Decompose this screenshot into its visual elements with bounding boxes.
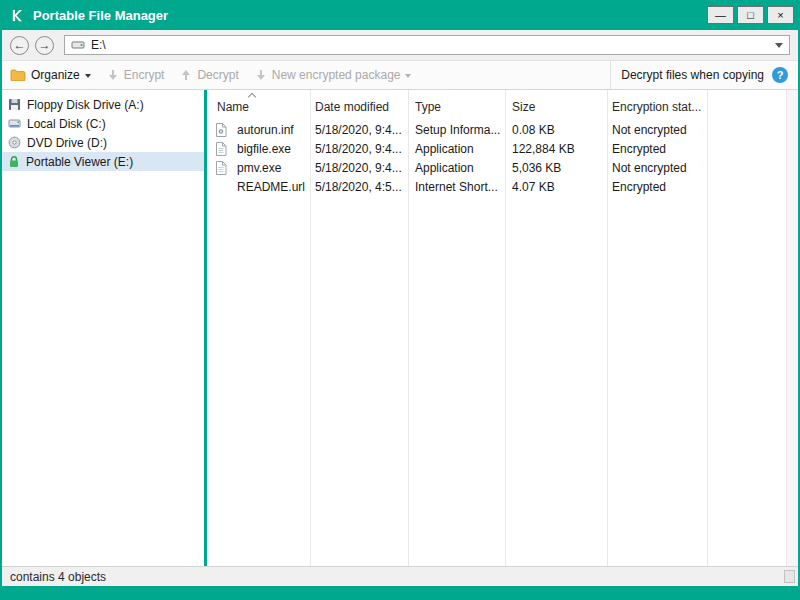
column-header-encryption-status[interactable]: Encryption stat...: [612, 100, 701, 114]
encrypt-button[interactable]: Encrypt: [107, 68, 165, 82]
file-type: Setup Informa...: [415, 123, 500, 137]
window-border-bottom: [0, 586, 800, 600]
toolbar: Organize Encrypt Decrypt New encrypted: [2, 61, 798, 90]
file-row-readme[interactable]: README.url 5/18/2020, 4:5... Internet Sh…: [207, 177, 786, 196]
file-size: 4.07 KB: [512, 180, 555, 194]
window-border-left: [0, 30, 2, 600]
status-bar: contains 4 objects: [2, 566, 798, 586]
file-type: Internet Short...: [415, 180, 498, 194]
address-dropdown-icon[interactable]: [775, 43, 783, 48]
drive-icon: [71, 40, 85, 50]
decrypt-button[interactable]: Decrypt: [180, 68, 238, 82]
window-controls: — □ ×: [707, 6, 794, 24]
sidebar-item-dvd-drive[interactable]: DVD Drive (D:): [2, 133, 204, 152]
file-encryption-status: Not encrypted: [612, 123, 687, 137]
file-rows: autorun.inf 5/18/2020, 9:4... Setup Info…: [207, 120, 786, 196]
file-row-bigfile[interactable]: bigfile.exe 5/18/2020, 9:4... Applicatio…: [207, 139, 786, 158]
file-encryption-status: Not encrypted: [612, 161, 687, 175]
file-name: pmv.exe: [237, 161, 281, 175]
file-row-pmv[interactable]: pmv.exe 5/18/2020, 9:4... Application 5,…: [207, 158, 786, 177]
lock-icon: [8, 155, 20, 168]
main-content: Floppy Disk Drive (A:) Local Disk (C:): [2, 90, 798, 566]
column-header-name[interactable]: Name: [217, 100, 249, 114]
hard-disk-icon: [8, 117, 21, 130]
decrypt-label: Decrypt: [197, 68, 238, 82]
back-button[interactable]: ←: [10, 36, 29, 55]
forward-button[interactable]: →: [35, 36, 54, 55]
close-button[interactable]: ×: [767, 6, 794, 24]
kaspersky-logo-icon: [10, 8, 25, 23]
organize-label: Organize: [31, 68, 80, 82]
help-icon[interactable]: ?: [772, 67, 788, 83]
resize-grip[interactable]: [784, 570, 795, 583]
minimize-button[interactable]: —: [707, 6, 734, 24]
maximize-button[interactable]: □: [737, 6, 764, 24]
titlebar: Portable File Manager — □ ×: [0, 0, 800, 30]
file-name: bigfile.exe: [237, 142, 291, 156]
organize-button[interactable]: Organize: [10, 68, 91, 82]
file-type: Application: [415, 161, 474, 175]
address-bar[interactable]: E:\: [64, 35, 790, 55]
sidebar-item-label: Local Disk (C:): [27, 117, 106, 131]
file-date: 5/18/2020, 9:4...: [315, 161, 402, 175]
column-header-size[interactable]: Size: [512, 100, 535, 114]
navigation-bar: ← → E:\: [2, 30, 798, 61]
floppy-icon: [8, 98, 21, 111]
sort-ascending-icon: [248, 93, 256, 101]
setup-file-icon: [215, 122, 227, 137]
status-text: contains 4 objects: [10, 570, 106, 584]
file-type: Application: [415, 142, 474, 156]
sidebar-item-portable-viewer[interactable]: Portable Viewer (E:): [2, 152, 204, 171]
organize-dropdown-icon: [85, 74, 91, 78]
file-size: 5,036 KB: [512, 161, 561, 175]
vertical-scrollbar[interactable]: [786, 90, 798, 566]
file-encryption-status: Encrypted: [612, 142, 666, 156]
file-name: autorun.inf: [237, 123, 294, 137]
sidebar-item-label: Floppy Disk Drive (A:): [27, 98, 144, 112]
sidebar-item-local-disk[interactable]: Local Disk (C:): [2, 114, 204, 133]
column-header-type[interactable]: Type: [415, 100, 441, 114]
arrow-up-icon: [180, 69, 192, 81]
portable-file-manager-window: Portable File Manager — □ × ← → E:\: [0, 0, 800, 600]
new-encrypted-package-label: New encrypted package: [272, 68, 401, 82]
new-package-dropdown-icon: [405, 74, 411, 78]
sidebar-item-label: DVD Drive (D:): [27, 136, 107, 150]
file-date: 5/18/2020, 9:4...: [315, 123, 402, 137]
new-encrypted-package-button[interactable]: New encrypted package: [255, 68, 412, 82]
file-date: 5/18/2020, 4:5...: [315, 180, 402, 194]
window-title: Portable File Manager: [33, 8, 707, 23]
sidebar-item-floppy-drive[interactable]: Floppy Disk Drive (A:): [2, 95, 204, 114]
file-list: Name Date modified Type Size Encryption …: [207, 90, 786, 566]
folder-icon: [10, 69, 26, 81]
file-name: README.url: [237, 180, 305, 194]
decrypt-when-copying-label: Decrypt files when copying: [621, 68, 764, 82]
application-file-icon: [215, 141, 227, 156]
toolbar-left: Organize Encrypt Decrypt New encrypted: [2, 61, 610, 89]
arrow-down-icon: [255, 69, 267, 81]
encrypt-label: Encrypt: [124, 68, 165, 82]
dvd-icon: [8, 136, 21, 149]
file-encryption-status: Encrypted: [612, 180, 666, 194]
application-file-icon: [215, 160, 227, 175]
file-size: 122,884 KB: [512, 142, 575, 156]
file-date: 5/18/2020, 9:4...: [315, 142, 402, 156]
file-row-autorun[interactable]: autorun.inf 5/18/2020, 9:4... Setup Info…: [207, 120, 786, 139]
address-text: E:\: [91, 38, 106, 52]
sidebar-item-label: Portable Viewer (E:): [26, 155, 133, 169]
column-header-date-modified[interactable]: Date modified: [315, 100, 389, 114]
arrow-down-icon: [107, 69, 119, 81]
toolbar-right: Decrypt files when copying ?: [610, 61, 798, 89]
drive-list-sidebar: Floppy Disk Drive (A:) Local Disk (C:): [2, 90, 204, 566]
file-size: 0.08 KB: [512, 123, 555, 137]
